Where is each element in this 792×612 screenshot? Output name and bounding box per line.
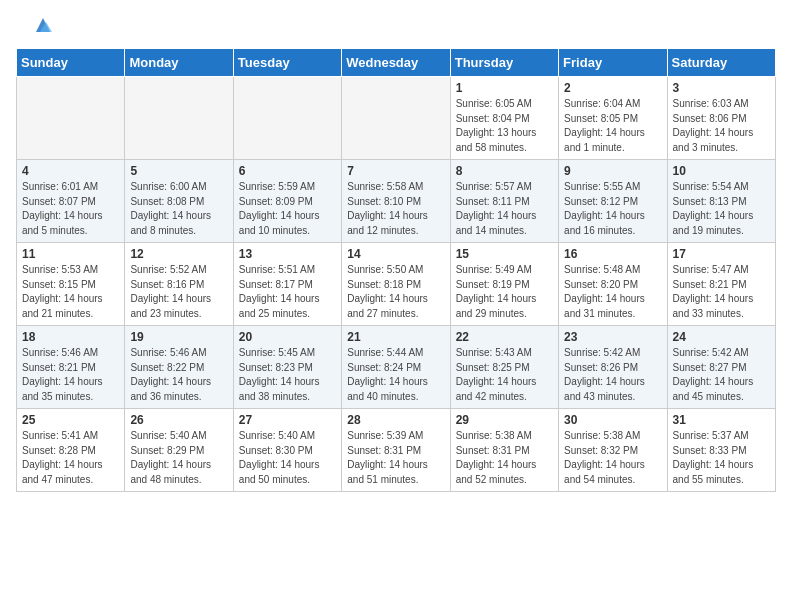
calendar-week-2: 4Sunrise: 6:01 AM Sunset: 8:07 PM Daylig… bbox=[17, 160, 776, 243]
page-header bbox=[0, 0, 792, 40]
day-header-saturday: Saturday bbox=[667, 49, 775, 77]
calendar-cell: 15Sunrise: 5:49 AM Sunset: 8:19 PM Dayli… bbox=[450, 243, 558, 326]
day-info: Sunrise: 5:38 AM Sunset: 8:31 PM Dayligh… bbox=[456, 429, 553, 487]
day-header-thursday: Thursday bbox=[450, 49, 558, 77]
calendar-week-5: 25Sunrise: 5:41 AM Sunset: 8:28 PM Dayli… bbox=[17, 409, 776, 492]
calendar-cell: 28Sunrise: 5:39 AM Sunset: 8:31 PM Dayli… bbox=[342, 409, 450, 492]
day-info: Sunrise: 5:47 AM Sunset: 8:21 PM Dayligh… bbox=[673, 263, 770, 321]
calendar-cell: 18Sunrise: 5:46 AM Sunset: 8:21 PM Dayli… bbox=[17, 326, 125, 409]
calendar-cell: 27Sunrise: 5:40 AM Sunset: 8:30 PM Dayli… bbox=[233, 409, 341, 492]
calendar-week-4: 18Sunrise: 5:46 AM Sunset: 8:21 PM Dayli… bbox=[17, 326, 776, 409]
day-number: 8 bbox=[456, 164, 553, 178]
day-header-sunday: Sunday bbox=[17, 49, 125, 77]
day-info: Sunrise: 5:54 AM Sunset: 8:13 PM Dayligh… bbox=[673, 180, 770, 238]
calendar-cell: 13Sunrise: 5:51 AM Sunset: 8:17 PM Dayli… bbox=[233, 243, 341, 326]
day-info: Sunrise: 5:46 AM Sunset: 8:21 PM Dayligh… bbox=[22, 346, 119, 404]
calendar-cell bbox=[17, 77, 125, 160]
calendar-table: SundayMondayTuesdayWednesdayThursdayFrid… bbox=[16, 48, 776, 492]
calendar-cell bbox=[342, 77, 450, 160]
day-number: 15 bbox=[456, 247, 553, 261]
calendar-week-3: 11Sunrise: 5:53 AM Sunset: 8:15 PM Dayli… bbox=[17, 243, 776, 326]
logo-icon bbox=[32, 14, 54, 36]
day-number: 26 bbox=[130, 413, 227, 427]
day-info: Sunrise: 5:42 AM Sunset: 8:26 PM Dayligh… bbox=[564, 346, 661, 404]
calendar-cell: 11Sunrise: 5:53 AM Sunset: 8:15 PM Dayli… bbox=[17, 243, 125, 326]
calendar-week-1: 1Sunrise: 6:05 AM Sunset: 8:04 PM Daylig… bbox=[17, 77, 776, 160]
calendar-cell: 9Sunrise: 5:55 AM Sunset: 8:12 PM Daylig… bbox=[559, 160, 667, 243]
calendar-cell: 10Sunrise: 5:54 AM Sunset: 8:13 PM Dayli… bbox=[667, 160, 775, 243]
day-info: Sunrise: 5:43 AM Sunset: 8:25 PM Dayligh… bbox=[456, 346, 553, 404]
day-number: 17 bbox=[673, 247, 770, 261]
day-number: 14 bbox=[347, 247, 444, 261]
day-number: 1 bbox=[456, 81, 553, 95]
day-info: Sunrise: 5:58 AM Sunset: 8:10 PM Dayligh… bbox=[347, 180, 444, 238]
day-info: Sunrise: 6:03 AM Sunset: 8:06 PM Dayligh… bbox=[673, 97, 770, 155]
day-header-wednesday: Wednesday bbox=[342, 49, 450, 77]
day-number: 20 bbox=[239, 330, 336, 344]
day-info: Sunrise: 5:49 AM Sunset: 8:19 PM Dayligh… bbox=[456, 263, 553, 321]
calendar-cell bbox=[233, 77, 341, 160]
day-info: Sunrise: 6:00 AM Sunset: 8:08 PM Dayligh… bbox=[130, 180, 227, 238]
calendar-cell: 24Sunrise: 5:42 AM Sunset: 8:27 PM Dayli… bbox=[667, 326, 775, 409]
day-info: Sunrise: 5:57 AM Sunset: 8:11 PM Dayligh… bbox=[456, 180, 553, 238]
calendar-cell: 4Sunrise: 6:01 AM Sunset: 8:07 PM Daylig… bbox=[17, 160, 125, 243]
day-header-friday: Friday bbox=[559, 49, 667, 77]
calendar-cell: 3Sunrise: 6:03 AM Sunset: 8:06 PM Daylig… bbox=[667, 77, 775, 160]
calendar-cell: 23Sunrise: 5:42 AM Sunset: 8:26 PM Dayli… bbox=[559, 326, 667, 409]
day-number: 30 bbox=[564, 413, 661, 427]
day-number: 29 bbox=[456, 413, 553, 427]
calendar-cell: 12Sunrise: 5:52 AM Sunset: 8:16 PM Dayli… bbox=[125, 243, 233, 326]
day-number: 12 bbox=[130, 247, 227, 261]
day-info: Sunrise: 6:04 AM Sunset: 8:05 PM Dayligh… bbox=[564, 97, 661, 155]
day-number: 19 bbox=[130, 330, 227, 344]
day-number: 25 bbox=[22, 413, 119, 427]
day-number: 11 bbox=[22, 247, 119, 261]
day-number: 21 bbox=[347, 330, 444, 344]
day-info: Sunrise: 6:01 AM Sunset: 8:07 PM Dayligh… bbox=[22, 180, 119, 238]
day-info: Sunrise: 5:46 AM Sunset: 8:22 PM Dayligh… bbox=[130, 346, 227, 404]
day-number: 22 bbox=[456, 330, 553, 344]
day-number: 16 bbox=[564, 247, 661, 261]
day-info: Sunrise: 5:41 AM Sunset: 8:28 PM Dayligh… bbox=[22, 429, 119, 487]
day-number: 9 bbox=[564, 164, 661, 178]
day-number: 24 bbox=[673, 330, 770, 344]
day-info: Sunrise: 5:55 AM Sunset: 8:12 PM Dayligh… bbox=[564, 180, 661, 238]
calendar-cell: 21Sunrise: 5:44 AM Sunset: 8:24 PM Dayli… bbox=[342, 326, 450, 409]
logo bbox=[30, 18, 54, 36]
day-number: 28 bbox=[347, 413, 444, 427]
day-info: Sunrise: 5:44 AM Sunset: 8:24 PM Dayligh… bbox=[347, 346, 444, 404]
day-number: 31 bbox=[673, 413, 770, 427]
day-number: 7 bbox=[347, 164, 444, 178]
calendar-cell: 5Sunrise: 6:00 AM Sunset: 8:08 PM Daylig… bbox=[125, 160, 233, 243]
day-number: 5 bbox=[130, 164, 227, 178]
calendar-cell: 26Sunrise: 5:40 AM Sunset: 8:29 PM Dayli… bbox=[125, 409, 233, 492]
day-header-monday: Monday bbox=[125, 49, 233, 77]
day-info: Sunrise: 5:45 AM Sunset: 8:23 PM Dayligh… bbox=[239, 346, 336, 404]
day-number: 2 bbox=[564, 81, 661, 95]
calendar-cell: 29Sunrise: 5:38 AM Sunset: 8:31 PM Dayli… bbox=[450, 409, 558, 492]
day-number: 10 bbox=[673, 164, 770, 178]
calendar-cell: 20Sunrise: 5:45 AM Sunset: 8:23 PM Dayli… bbox=[233, 326, 341, 409]
calendar-cell: 1Sunrise: 6:05 AM Sunset: 8:04 PM Daylig… bbox=[450, 77, 558, 160]
day-info: Sunrise: 5:59 AM Sunset: 8:09 PM Dayligh… bbox=[239, 180, 336, 238]
day-number: 13 bbox=[239, 247, 336, 261]
day-info: Sunrise: 6:05 AM Sunset: 8:04 PM Dayligh… bbox=[456, 97, 553, 155]
calendar-cell: 14Sunrise: 5:50 AM Sunset: 8:18 PM Dayli… bbox=[342, 243, 450, 326]
calendar-cell: 22Sunrise: 5:43 AM Sunset: 8:25 PM Dayli… bbox=[450, 326, 558, 409]
day-header-tuesday: Tuesday bbox=[233, 49, 341, 77]
calendar-cell: 30Sunrise: 5:38 AM Sunset: 8:32 PM Dayli… bbox=[559, 409, 667, 492]
day-number: 23 bbox=[564, 330, 661, 344]
day-info: Sunrise: 5:42 AM Sunset: 8:27 PM Dayligh… bbox=[673, 346, 770, 404]
day-number: 3 bbox=[673, 81, 770, 95]
calendar-cell: 25Sunrise: 5:41 AM Sunset: 8:28 PM Dayli… bbox=[17, 409, 125, 492]
calendar-cell: 19Sunrise: 5:46 AM Sunset: 8:22 PM Dayli… bbox=[125, 326, 233, 409]
day-number: 18 bbox=[22, 330, 119, 344]
day-info: Sunrise: 5:52 AM Sunset: 8:16 PM Dayligh… bbox=[130, 263, 227, 321]
day-info: Sunrise: 5:37 AM Sunset: 8:33 PM Dayligh… bbox=[673, 429, 770, 487]
day-number: 4 bbox=[22, 164, 119, 178]
calendar-cell: 31Sunrise: 5:37 AM Sunset: 8:33 PM Dayli… bbox=[667, 409, 775, 492]
day-info: Sunrise: 5:51 AM Sunset: 8:17 PM Dayligh… bbox=[239, 263, 336, 321]
calendar-header-row: SundayMondayTuesdayWednesdayThursdayFrid… bbox=[17, 49, 776, 77]
calendar-cell bbox=[125, 77, 233, 160]
day-info: Sunrise: 5:53 AM Sunset: 8:15 PM Dayligh… bbox=[22, 263, 119, 321]
